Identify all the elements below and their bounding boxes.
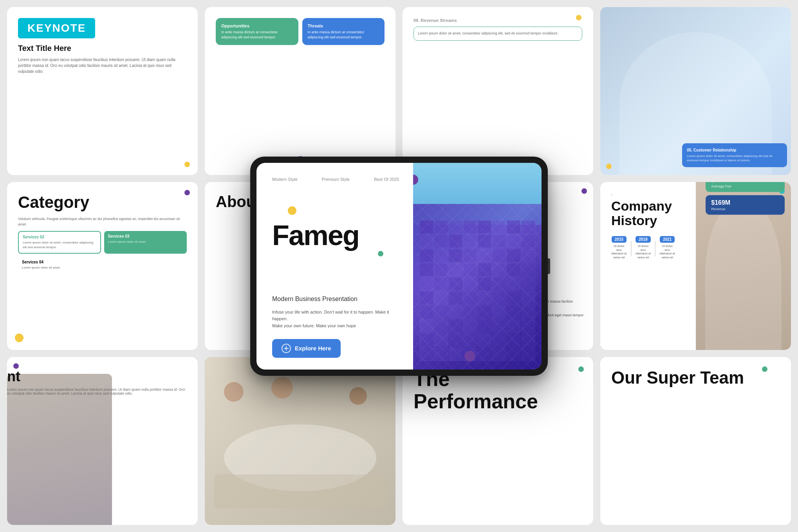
meta-modern: Modern Style: [272, 177, 298, 182]
year-2015-text: Ut lectus arcubibendum atvarius vel: [611, 244, 627, 260]
tablet: Modern Style Premium Style Best Of 2025 …: [250, 157, 548, 376]
year-2021: 2021: [660, 236, 675, 243]
slide-text-title: KEYNOTE Text Title Here Lorem ipsum non …: [7, 7, 198, 175]
service-03: Services 03 Lorem ipsum dolor sit amet.: [104, 231, 187, 254]
dot-yellow-1: [184, 162, 190, 167]
tablet-right-panel: [413, 163, 542, 370]
bottom-left-text: nt Lorem ipsum non quam lacus suspendiss…: [7, 369, 190, 395]
slide-super-team: Our Super Team: [600, 357, 791, 525]
globe-icon: [282, 344, 291, 353]
tablet-brand: Fameg: [272, 221, 399, 249]
dot-purple-4: [581, 188, 587, 194]
tablet-subtitle: Modern Business Presentation: [272, 296, 399, 303]
bottom-person-photo: [7, 374, 112, 525]
tablet-screen: Modern Style Premium Style Best Of 2025 …: [256, 163, 542, 370]
slide-meeting: [205, 357, 395, 525]
meta-premium: Premium Style: [322, 177, 350, 182]
keynote-label: KEYNOTE: [27, 22, 86, 34]
building-image: [413, 163, 542, 370]
history-heading: Company History: [611, 199, 675, 228]
meeting-photo: [205, 357, 395, 525]
slide-revenue: 09. Revenue Streams Lorem ipsum dolor si…: [403, 7, 593, 175]
explore-label: Explore Here: [295, 345, 331, 352]
tablet-left-panel: Modern Style Premium Style Best Of 2025 …: [256, 163, 413, 370]
swot-threats: Threats In ante massa dictum at consecte…: [302, 18, 385, 45]
revenue-body: Lorem ipsum dolor sit amet, consectetur …: [418, 31, 578, 36]
keynote-header: KEYNOTE: [18, 18, 95, 38]
tablet-dot-yellow: [288, 206, 296, 215]
tablet-side-button: [548, 258, 550, 274]
stat-revenue: $169M Revenue: [706, 195, 785, 215]
stats-column: $154M Share Market $108K Average Fee $16…: [699, 182, 791, 266]
tablet-dot-green: [378, 251, 383, 256]
tablet-tagline: Infuse your life with action. Don't wait…: [272, 309, 399, 330]
stat-average-fee: $108K Average Fee: [706, 182, 785, 192]
dot-green-1: [578, 366, 584, 372]
dot-yellow-3: [606, 164, 612, 169]
service-04: Services 04 Lorem ipsum dolor sit amet.: [18, 257, 187, 273]
meta-best: Best Of 2025: [374, 177, 399, 182]
dot-purple-5: [13, 363, 19, 369]
slide-category: Category Volutum vehicula. Feugiat scele…: [7, 182, 198, 350]
explore-button[interactable]: Explore Here: [272, 339, 341, 358]
services-grid: Services 02 Lorem ipsum dolor sit amet, …: [18, 231, 187, 273]
dot-yellow-4: [15, 334, 23, 342]
dot-yellow-2: [576, 15, 581, 20]
category-body: Volutum vehicula. Feugiat scelerisque ul…: [18, 216, 187, 227]
swot-opportunities: Opportunities In ante massa dictum at co…: [216, 18, 298, 45]
revenue-label: 09. Revenue Streams: [413, 18, 582, 23]
tablet-frame: Modern Style Premium Style Best Of 2025 …: [250, 157, 548, 376]
year-2015: 2015: [612, 236, 626, 243]
photo-placeholder: 05. Customer Relationship Lorem ipsum do…: [600, 7, 791, 175]
slide-bottom-left: nt Lorem ipsum non quam lacus suspendiss…: [7, 357, 198, 525]
year-2018: 2018: [636, 236, 650, 243]
super-team-heading: Our Super Team: [611, 368, 780, 388]
slide-photo: 05. Customer Relationship Lorem ipsum do…: [600, 7, 791, 175]
dot-green-2: [762, 366, 767, 372]
category-heading: Category: [18, 193, 187, 212]
text-title-heading: Text Title Here: [18, 44, 187, 53]
tablet-meta: Modern Style Premium Style Best Of 2025: [272, 177, 399, 182]
slide-history: ▪ Company History 2015 Ut lectus arcubib…: [600, 182, 791, 350]
customer-relationship-card: 05. Customer Relationship Lorem ipsum do…: [682, 143, 787, 167]
service-02: Services 02 Lorem ipsum dolor sit amet, …: [18, 231, 101, 254]
dot-purple-2: [184, 190, 190, 195]
slide-swot: Opportunities In ante massa dictum at co…: [205, 7, 395, 175]
year-2018-text: Ut lectus arcubibendum atvarius vel: [636, 244, 651, 260]
text-title-body: Lorem ipsum non quam lacus suspendisse f…: [18, 57, 187, 74]
year-2021-text: Ut lectus arcubibendum atvarius vel: [659, 244, 675, 260]
slide-performance: ThePerformance: [403, 357, 593, 525]
